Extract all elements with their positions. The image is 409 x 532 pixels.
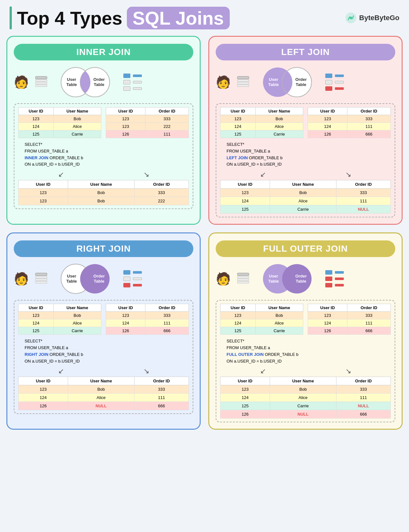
left-join-arrows: ↙ ↘ [220, 170, 391, 179]
right-join-input-box: User IDUser Name 123Bob 124Alice 125Carr… [14, 300, 193, 414]
title-accent: SQL Joins [127, 7, 230, 29]
svg-rect-28 [35, 279, 47, 281]
inner-join-sql: SELECT* FROM USER_TABLE a INNER JOIN ORD… [18, 141, 189, 168]
join-grid: INNER JOIN 🧑 User Table Order [6, 36, 403, 430]
full-join-venn: User Table Order Table [257, 263, 318, 295]
svg-rect-2 [35, 76, 47, 79]
table-icon-full [237, 273, 249, 285]
person-icon-inner: 🧑 [14, 75, 29, 89]
svg-text:User: User [269, 77, 278, 82]
left-user-table: User IDUser Name 123Bob 124Alice 125Carr… [220, 107, 303, 138]
right-join-venn: User Table Order Table [55, 263, 116, 295]
right-join-arrows: ↙ ↘ [18, 367, 189, 375]
inner-join-input-box: User IDUser Name 123Bob 124Alice 125Carr… [14, 103, 193, 209]
svg-text:Table: Table [296, 82, 306, 87]
full-join-venn-row: 🧑 User Table Order Table [216, 263, 395, 295]
svg-rect-5 [35, 85, 47, 87]
svg-rect-39 [237, 276, 249, 278]
svg-text:User: User [67, 77, 76, 82]
accent-bar [10, 6, 12, 29]
inner-user-table: User IDUser Name 123Bob 124Alice 125Carr… [18, 107, 101, 138]
svg-text:Table: Table [268, 82, 279, 87]
svg-rect-40 [237, 279, 249, 281]
inner-join-arrows: ↙ ↘ [18, 170, 189, 179]
svg-text:User: User [269, 274, 278, 278]
full-join-card: FULL OUTER JOIN 🧑 User Table Order Table [208, 232, 403, 430]
right-join-card: RIGHT JOIN 🧑 User Table Order Table [6, 232, 201, 430]
svg-rect-41 [237, 281, 249, 283]
svg-rect-15 [237, 80, 249, 82]
full-order-table: User IDOrder ID 123333 124111 126666 [308, 304, 391, 335]
svg-text:Table: Table [268, 279, 279, 284]
right-join-title: RIGHT JOIN [14, 240, 193, 257]
brand-icon [345, 12, 357, 24]
left-join-venn: User Table Order Table [257, 66, 318, 98]
left-join-sql: SELECT* FROM USER_TABLE a LEFT JOIN ORDE… [220, 141, 391, 168]
full-join-sql: SELECT* FROM USER_TABLE a FULL OUTER JOI… [220, 338, 391, 364]
inner-join-card: INNER JOIN 🧑 User Table Order [6, 36, 201, 225]
left-join-venn-row: 🧑 User Table Order Table [216, 66, 395, 98]
table-icon-inner [35, 76, 47, 88]
full-join-tables-row: User IDUser Name 123Bob 124Alice 125Carr… [220, 304, 391, 335]
page-header: Top 4 Types SQL Joins ByteByteGo [6, 6, 403, 29]
table-icon-right [35, 273, 47, 285]
full-join-input-box: User IDUser Name 123Bob 124Alice 125Carr… [216, 300, 395, 422]
inner-join-title: INNER JOIN [14, 44, 193, 60]
svg-rect-3 [35, 80, 47, 82]
left-join-result: User IDUser NameOrder ID 123Bob333 124Al… [220, 180, 391, 214]
svg-rect-29 [35, 281, 47, 283]
person-icon-left: 🧑 [216, 75, 231, 89]
full-join-title: FULL OUTER JOIN [216, 240, 395, 257]
title-text: Top 4 Types [17, 7, 122, 29]
right-legend [123, 270, 142, 287]
brand-logo: ByteByteGo [345, 12, 399, 24]
inner-order-table: User IDOrder ID 123333 123222 126111 [106, 107, 189, 138]
svg-rect-38 [237, 273, 249, 276]
inner-legend [123, 74, 142, 91]
svg-rect-17 [237, 85, 249, 87]
full-legend [325, 270, 344, 287]
left-join-card: LEFT JOIN 🧑 User Table Order Tabl [208, 36, 403, 225]
inner-join-venn: User Table Order Table [55, 66, 116, 98]
left-join-tables-row: User IDUser Name 123Bob 124Alice 125Carr… [220, 107, 391, 138]
full-join-result: User IDUser NameOrder ID 123Bob333 124Al… [220, 377, 391, 419]
brand-name: ByteByteGo [359, 14, 399, 22]
full-join-arrows: ↙ ↘ [220, 367, 391, 375]
svg-text:Order: Order [295, 274, 306, 278]
right-order-table: User IDOrder ID 123333 124111 126666 [106, 304, 189, 335]
right-join-sql: SELECT* FROM USER_TABLE a RIGHT JOIN ORD… [18, 338, 189, 364]
inner-join-venn-row: 🧑 User Table Order Table [14, 66, 193, 98]
left-legend [325, 74, 344, 91]
inner-join-tables-row: User IDUser Name 123Bob 124Alice 125Carr… [18, 107, 189, 138]
right-join-result: User IDUser NameOrder ID 123Bob333 124Al… [18, 377, 189, 410]
person-icon-right: 🧑 [14, 272, 29, 286]
svg-text:Table: Table [94, 279, 104, 284]
svg-rect-16 [237, 82, 249, 84]
svg-text:Table: Table [66, 279, 77, 284]
svg-text:Table: Table [296, 279, 306, 284]
svg-text:User: User [67, 274, 76, 278]
full-user-table: User IDUser Name 123Bob 124Alice 125Carr… [220, 304, 303, 335]
svg-text:Order: Order [93, 274, 104, 278]
right-user-table: User IDUser Name 123Bob 124Alice 125Carr… [18, 304, 101, 335]
svg-point-1 [350, 17, 352, 19]
left-join-title: LEFT JOIN [216, 44, 395, 60]
svg-rect-4 [35, 82, 47, 84]
right-join-tables-row: User IDUser Name 123Bob 124Alice 125Carr… [18, 304, 189, 335]
svg-text:Table: Table [94, 82, 104, 87]
page-title: Top 4 Types SQL Joins [17, 7, 230, 29]
svg-text:Table: Table [66, 82, 77, 87]
right-join-venn-row: 🧑 User Table Order Table [14, 263, 193, 295]
svg-rect-26 [35, 273, 47, 276]
svg-rect-27 [35, 276, 47, 278]
svg-rect-14 [237, 76, 249, 79]
person-icon-full: 🧑 [216, 272, 231, 286]
left-order-table: User IDOrder ID 123333 124111 126666 [308, 107, 391, 138]
svg-text:Order: Order [295, 77, 306, 82]
svg-text:Order: Order [93, 77, 104, 82]
inner-join-result: User IDUser NameOrder ID 123Bob333 123Bo… [18, 180, 189, 205]
table-icon-left [237, 76, 249, 88]
left-join-input-box: User IDUser Name 123Bob 124Alice 125Carr… [216, 103, 395, 217]
